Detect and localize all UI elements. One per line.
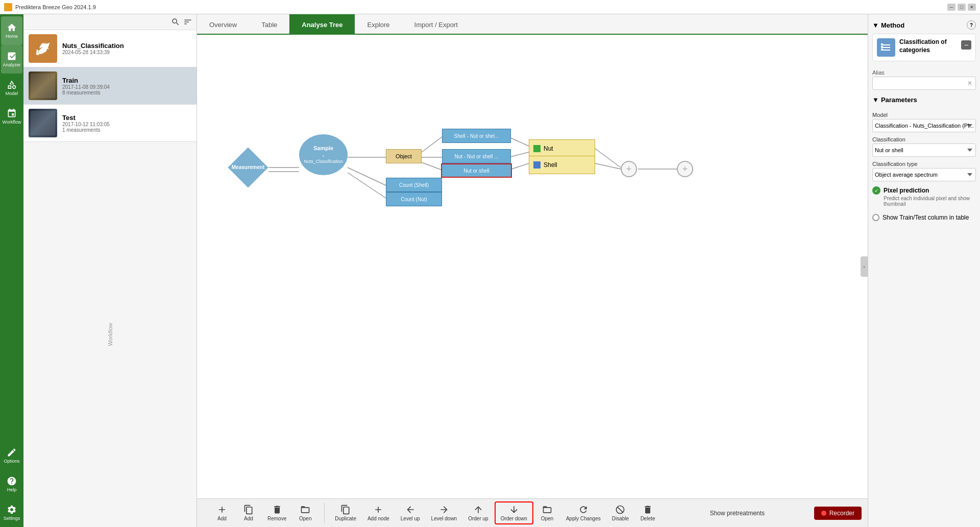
shell-result-label: Shell <box>544 161 557 169</box>
show-pretreatments: Show pretreatments <box>702 510 773 517</box>
plus-node-1[interactable]: + <box>621 161 637 177</box>
classification-type-select[interactable]: Object average spectrum <box>872 168 976 181</box>
nav-label-workflow: Workflow <box>3 119 21 125</box>
show-train-radio[interactable] <box>872 214 879 221</box>
flow-svg <box>197 35 868 498</box>
minimize-button[interactable]: ─ <box>947 4 955 11</box>
project-sub-test: 1 measurements <box>62 127 110 133</box>
delete-button[interactable]: Delete <box>635 502 660 523</box>
parameters-section-header: ▼ Parameters <box>872 96 976 104</box>
disable-button[interactable]: Disable <box>607 502 634 523</box>
show-train-row[interactable]: Show Train/Test column in table <box>872 214 976 221</box>
classification-type-label: Classification type <box>872 161 976 167</box>
project-item-test[interactable]: Test 2017-10-12 11:03:05 1 measurements <box>23 105 197 142</box>
shell-nut-node[interactable]: Shell - Nut or shel... <box>442 129 511 143</box>
sidebar-item-settings[interactable]: Settings <box>1 498 22 527</box>
object-label: Object <box>396 153 412 159</box>
method-icon <box>877 38 895 57</box>
project-item-nuts[interactable]: Nuts_Classification 2024-05-28 14:33:39 <box>23 30 197 67</box>
flow-canvas: Measurement Sample - Nuts_Classification… <box>197 35 868 498</box>
show-train-label: Show Train/Test column in table <box>883 214 969 221</box>
right-panel-collapse[interactable]: › <box>861 256 868 277</box>
svg-line-9 <box>595 163 621 169</box>
alias-clear-button[interactable]: ✕ <box>967 80 972 87</box>
open2-button[interactable]: Open <box>534 502 560 523</box>
add-button[interactable]: Add <box>209 502 235 523</box>
project-panel: Nuts_Classification 2024-05-28 14:33:39 … <box>23 14 197 527</box>
maximize-button[interactable]: □ <box>958 4 966 11</box>
sort-icon[interactable] <box>183 17 192 27</box>
method-section-label: Method <box>881 21 904 29</box>
pixel-prediction-sub: Predict each individual pixel and show t… <box>884 196 976 207</box>
sample-dash: - <box>323 152 325 159</box>
tab-table[interactable]: Table <box>249 14 289 35</box>
svg-line-5 <box>508 137 529 146</box>
classification-select-wrapper: Nut or shell <box>872 143 976 157</box>
tab-explore[interactable]: Explore <box>355 14 402 35</box>
model-select[interactable]: Classification - Nuts_Classification (Pl… <box>872 119 976 132</box>
project-thumb-nuts <box>29 34 57 63</box>
open2-label: Open <box>541 516 553 521</box>
plus-node-2[interactable]: + <box>677 161 693 177</box>
window-controls: ─ □ ✕ <box>947 4 976 11</box>
close-button[interactable]: ✕ <box>968 4 976 11</box>
titlebar: Prediktera Breeze Geo 2024.1.9 ─ □ ✕ <box>0 0 980 14</box>
method-minus-button[interactable]: − <box>961 40 971 50</box>
nut-nut-node[interactable]: Nut - Nut or shell ... <box>442 149 511 163</box>
open-button-left[interactable]: Open <box>292 502 318 523</box>
measurement-node[interactable]: Measurement <box>228 147 268 188</box>
duplicate-label: Add <box>244 516 253 521</box>
sidebar-item-options[interactable]: Options <box>1 441 22 470</box>
duplicate-button[interactable]: Add <box>236 502 261 523</box>
alias-input[interactable]: ✕ <box>872 77 976 90</box>
shell-result-node[interactable]: Shell <box>529 156 595 174</box>
duplicate2-button[interactable]: Duplicate <box>330 502 361 523</box>
order-up-button[interactable]: Order up <box>463 502 493 523</box>
object-node[interactable]: Object <box>386 149 422 163</box>
tab-analyse-tree[interactable]: Analyse Tree <box>289 14 355 35</box>
remove-button[interactable]: Remove <box>262 502 291 523</box>
chevron-method-icon: ▼ <box>872 21 879 29</box>
add-node-button[interactable]: Add node <box>362 502 395 523</box>
measurement-label: Measurement <box>232 164 264 171</box>
nut-or-shell-label: Nut or shell <box>463 168 489 174</box>
level-up-button[interactable]: Level up <box>396 502 425 523</box>
recorder-button[interactable]: Recorder <box>814 507 862 520</box>
svg-line-4 <box>422 162 442 170</box>
sidebar-item-home[interactable]: Home <box>1 16 22 45</box>
order-down-label: Order down <box>501 516 527 521</box>
tab-import-export[interactable]: Import / Export <box>402 14 470 35</box>
sidebar-item-analyzer[interactable]: Analyzer <box>1 45 22 74</box>
order-down-button[interactable]: Order down <box>495 501 533 524</box>
sample-node[interactable]: Sample - Nuts_Classification <box>299 134 348 175</box>
recorder-label: Recorder <box>829 510 854 517</box>
count-shell-node[interactable]: Count (Shell) <box>386 178 442 192</box>
sidebar-item-model[interactable]: Model <box>1 74 22 102</box>
nut-or-shell-node[interactable]: Nut or shell <box>441 163 512 178</box>
project-meta-nuts: Nuts_Classification 2024-05-28 14:33:39 <box>62 42 124 55</box>
alias-label: Alias <box>872 69 976 76</box>
svg-line-8 <box>595 149 621 167</box>
svg-rect-15 <box>881 46 883 48</box>
pixel-prediction-checkbox[interactable]: ✓ <box>872 186 880 195</box>
tab-overview[interactable]: Overview <box>197 14 249 35</box>
bottom-left-buttons: Add Add Remove Open <box>203 502 325 523</box>
level-down-label: Level down <box>431 516 457 521</box>
nut-result-node[interactable]: Nut <box>529 139 595 158</box>
sidebar-item-workflow[interactable]: Workflow <box>1 102 22 131</box>
add-label: Add <box>217 516 227 521</box>
pixel-prediction-row[interactable]: ✓ Pixel prediction <box>872 186 976 195</box>
project-thumb-train <box>29 71 57 100</box>
project-item-train[interactable]: Train 2017-11-08 09:39:04 8 measurements <box>23 67 197 105</box>
apply-changes-button[interactable]: Apply Changes <box>561 502 606 523</box>
level-down-button[interactable]: Level down <box>426 502 462 523</box>
count-nut-node[interactable]: Count (Nut) <box>386 192 442 206</box>
project-date-test: 2017-10-12 11:03:05 <box>62 122 110 127</box>
sidebar-item-help[interactable]: Help <box>1 470 22 498</box>
classification-select[interactable]: Nut or shell <box>872 143 976 157</box>
app-icon <box>4 3 12 11</box>
search-icon[interactable] <box>171 17 180 27</box>
help-button[interactable]: ? <box>967 20 976 30</box>
duplicate2-label: Duplicate <box>335 516 356 521</box>
method-info: Classification of categories <box>899 38 957 54</box>
